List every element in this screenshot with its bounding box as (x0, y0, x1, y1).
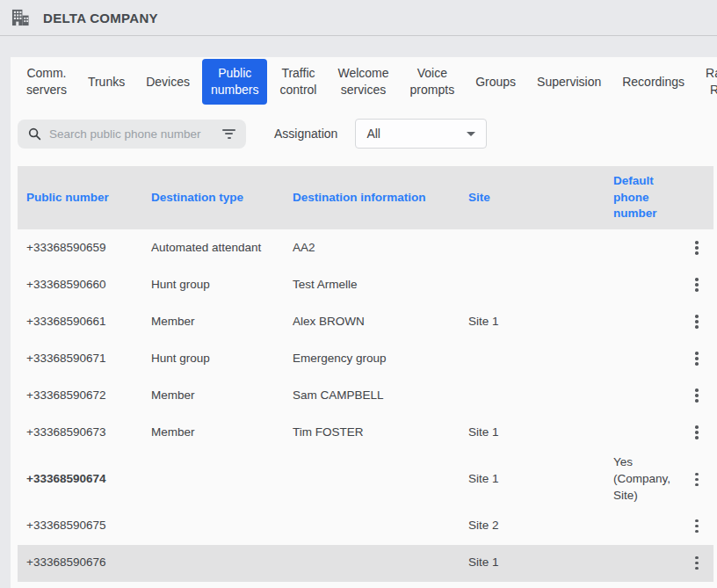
cell-site: Site 1 (460, 303, 605, 340)
kebab-menu-icon[interactable] (692, 348, 702, 369)
kebab-menu-icon[interactable] (692, 311, 702, 332)
cell-default-phone-number (605, 508, 680, 545)
cell-public-number: +33368590674 (18, 451, 142, 508)
column-header-destination-type[interactable]: Destination type (142, 166, 284, 229)
tab-label: Groups (475, 74, 516, 91)
filter-icon[interactable] (221, 127, 237, 141)
kebab-menu-icon[interactable] (692, 385, 702, 406)
table-body: +33368590659Automated attendantAA2+33368… (18, 229, 713, 582)
search-input[interactable] (49, 127, 221, 141)
tab-recordings[interactable]: Recordings (613, 59, 693, 105)
cell-actions (680, 451, 713, 508)
content-card: Comm. serversTrunksDevicesPublic numbers… (11, 57, 717, 588)
cell-destination-type: Member (142, 414, 284, 451)
tab-welcome-services[interactable]: Welcome services (329, 59, 397, 105)
cell-destination-information (284, 545, 460, 582)
building-icon (11, 9, 30, 26)
cell-destination-information (284, 508, 460, 545)
cell-default-phone-number (605, 340, 680, 377)
tab-label: Public numbers (211, 65, 258, 98)
column-header-site[interactable]: Site (460, 166, 605, 229)
cell-site (460, 377, 605, 414)
table-row[interactable]: +33368590672MemberSam CAMPBELL (18, 377, 713, 414)
kebab-menu-icon[interactable] (692, 469, 702, 490)
tab-rainbow-rooms[interactable]: Rainbow Rooms (697, 59, 717, 105)
cell-destination-information: Sam CAMPBELL (284, 377, 460, 414)
cell-default-phone-number (605, 545, 680, 582)
cell-site: Site 1 (460, 414, 605, 451)
table-header-row: Public numberDestination typeDestination… (18, 166, 713, 229)
tab-label: Welcome services (337, 65, 388, 98)
cell-default-phone-number (605, 414, 680, 451)
tab-traffic-control[interactable]: Traffic control (271, 59, 325, 105)
cell-destination-information: Alex BROWN (284, 303, 460, 340)
table-row[interactable]: +33368590659Automated attendantAA2 (18, 229, 713, 266)
cell-destination-information: Tim FOSTER (284, 414, 460, 451)
tab-label: Trunks (88, 74, 125, 91)
kebab-menu-icon[interactable] (692, 237, 702, 258)
cell-destination-type: Member (142, 377, 284, 414)
table-row[interactable]: +33368590671Hunt groupEmergency group (18, 340, 713, 377)
cell-default-phone-number (605, 266, 680, 303)
public-numbers-table: Public numberDestination typeDestination… (18, 166, 713, 582)
cell-site (460, 229, 605, 266)
cell-default-phone-number (605, 303, 680, 340)
table-row[interactable]: +33368590673MemberTim FOSTERSite 1 (18, 414, 713, 451)
cell-site (460, 266, 605, 303)
table-row[interactable]: +33368590675Site 2 (18, 508, 713, 545)
cell-destination-type: Hunt group (142, 340, 284, 377)
cell-actions (680, 340, 713, 377)
column-header-default-phone-number[interactable]: Default phone number (605, 166, 680, 229)
search-box (18, 120, 246, 149)
kebab-menu-icon[interactable] (692, 553, 702, 574)
tab-bar: Comm. serversTrunksDevicesPublic numbers… (18, 59, 717, 105)
cell-public-number: +33368590659 (18, 229, 142, 266)
tab-comm-servers[interactable]: Comm. servers (18, 59, 76, 105)
cell-public-number: +33368590660 (18, 266, 142, 303)
column-header-actions (680, 166, 713, 229)
cell-default-phone-number (605, 229, 680, 266)
tab-supervision[interactable]: Supervision (528, 59, 610, 105)
cell-site: Site 1 (460, 545, 605, 582)
topbar: DELTA COMPANY (0, 0, 717, 36)
cell-actions (680, 266, 713, 303)
cell-destination-type: Hunt group (142, 266, 284, 303)
cell-actions (680, 377, 713, 414)
cell-public-number: +33368590673 (18, 414, 142, 451)
column-header-public-number[interactable]: Public number (18, 166, 142, 229)
tab-label: Voice prompts (410, 65, 455, 98)
column-header-destination-information[interactable]: Destination information (284, 166, 460, 229)
assignation-label: Assignation (274, 127, 337, 141)
tab-label: Rainbow Rooms (706, 65, 717, 98)
table-row[interactable]: +33368590660Hunt groupTest Armelle (18, 266, 713, 303)
cell-destination-type (142, 451, 284, 508)
cell-destination-type (142, 545, 284, 582)
tab-label: Traffic control (279, 65, 316, 98)
cell-public-number: +33368590671 (18, 340, 142, 377)
cell-public-number: +33368590675 (18, 508, 142, 545)
tab-voice-prompts[interactable]: Voice prompts (402, 59, 464, 105)
cell-actions (680, 508, 713, 545)
cell-default-phone-number: Yes (Company, Site) (605, 451, 680, 508)
tab-trunks[interactable]: Trunks (79, 59, 134, 105)
table-row[interactable]: +33368590661MemberAlex BROWNSite 1 (18, 303, 713, 340)
cell-site: Site 2 (460, 508, 605, 545)
cell-destination-type: Member (142, 303, 284, 340)
tab-public-numbers[interactable]: Public numbers (202, 59, 267, 105)
kebab-menu-icon[interactable] (692, 422, 702, 443)
cell-destination-information: AA2 (284, 229, 460, 266)
table-row[interactable]: +33368590676Site 1 (18, 545, 713, 582)
cell-public-number: +33368590672 (18, 377, 142, 414)
tab-groups[interactable]: Groups (467, 59, 525, 105)
kebab-menu-icon[interactable] (692, 274, 702, 295)
cell-default-phone-number (605, 377, 680, 414)
assignation-select[interactable]: All (355, 119, 487, 149)
kebab-menu-icon[interactable] (692, 516, 702, 537)
cell-public-number: +33368590661 (18, 303, 142, 340)
cell-actions (680, 229, 713, 266)
table-row[interactable]: +33368590674Site 1Yes (Company, Site) (18, 451, 713, 508)
tab-devices[interactable]: Devices (137, 59, 199, 105)
tab-label: Supervision (537, 74, 601, 91)
tab-label: Recordings (622, 74, 684, 91)
cell-site: Site 1 (460, 451, 605, 508)
